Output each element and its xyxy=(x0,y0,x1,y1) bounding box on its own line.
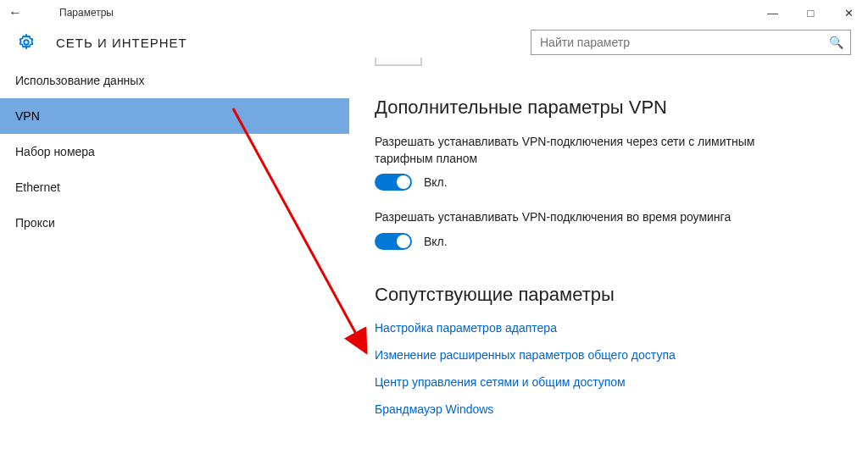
window-controls: — □ ✕ xyxy=(754,0,868,25)
setting-metered-desc: Разрешать устанавливать VPN-подключения … xyxy=(375,134,815,167)
link-advanced-sharing[interactable]: Изменение расширенных параметров общего … xyxy=(375,348,843,362)
sidebar-item-dialup[interactable]: Набор номера xyxy=(0,134,349,169)
minimize-button[interactable]: — xyxy=(754,0,792,25)
toggle-metered-state: Вкл. xyxy=(424,175,448,189)
page-title: СЕТЬ И ИНТЕРНЕТ xyxy=(56,36,187,50)
sidebar-item-data-usage[interactable]: Использование данных xyxy=(0,63,349,98)
sidebar: Использование данных VPN Набор номера Et… xyxy=(0,63,349,471)
advanced-vpn-heading: Дополнительные параметры VPN xyxy=(375,97,843,119)
link-firewall[interactable]: Брандмауэр Windows xyxy=(375,402,843,416)
toggle-metered[interactable] xyxy=(375,174,412,191)
header: СЕТЬ И ИНТЕРНЕТ 🔍 xyxy=(0,25,868,59)
related-heading: Сопутствующие параметры xyxy=(375,284,843,306)
sidebar-item-vpn[interactable]: VPN xyxy=(0,98,349,134)
setting-roaming: Разрешать устанавливать VPN-подключения … xyxy=(375,209,843,250)
link-network-center[interactable]: Центр управления сетями и общим доступом xyxy=(375,375,843,389)
svg-point-0 xyxy=(24,40,29,45)
back-button[interactable]: ← xyxy=(8,5,22,20)
titlebar: ← Параметры — □ ✕ xyxy=(0,0,868,25)
toggle-roaming-state: Вкл. xyxy=(424,235,448,248)
search-input[interactable] xyxy=(540,36,829,49)
window-title: Параметры xyxy=(25,7,114,19)
link-adapter-settings[interactable]: Настройка параметров адаптера xyxy=(375,321,843,335)
content-pane: Дополнительные параметры VPN Разрешать у… xyxy=(349,63,868,471)
search-box[interactable]: 🔍 xyxy=(531,30,851,55)
related-links: Настройка параметров адаптера Изменение … xyxy=(375,321,843,416)
sidebar-item-ethernet[interactable]: Ethernet xyxy=(0,169,349,205)
setting-roaming-desc: Разрешать устанавливать VPN-подключения … xyxy=(375,209,815,226)
toggle-roaming[interactable] xyxy=(375,233,412,250)
search-icon: 🔍 xyxy=(829,36,843,49)
setting-metered: Разрешать устанавливать VPN-подключения … xyxy=(375,134,843,191)
add-vpn-tile-partial[interactable] xyxy=(375,58,422,66)
gear-icon xyxy=(17,33,36,52)
sidebar-item-proxy[interactable]: Прокси xyxy=(0,205,349,241)
maximize-button[interactable]: □ xyxy=(792,0,830,25)
close-button[interactable]: ✕ xyxy=(830,0,868,25)
